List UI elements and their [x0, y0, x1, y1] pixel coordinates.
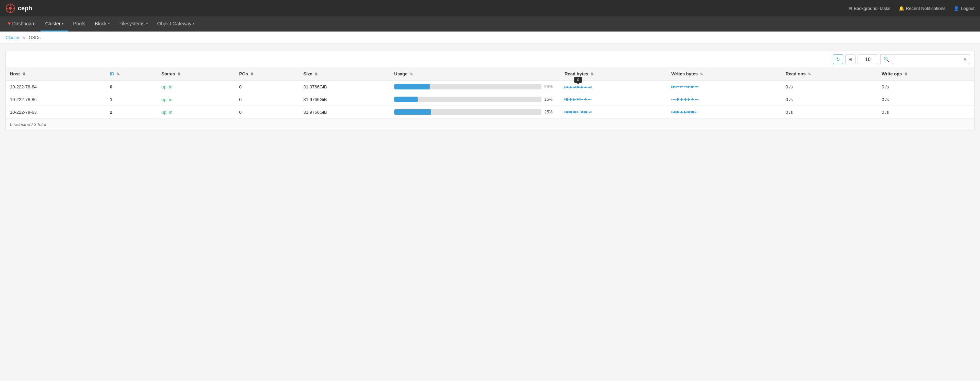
spark-dot — [575, 86, 576, 88]
status-in: in — [169, 97, 172, 102]
logout-btn[interactable]: 👤 Logout — [954, 6, 975, 11]
spark-dot — [588, 87, 589, 88]
cell-size: 31.9766GiB — [299, 93, 390, 106]
sort-icon-read-ops: ⇅ — [808, 72, 811, 76]
col-header-host[interactable]: Host ⇅ — [6, 68, 106, 80]
cell-write-ops: 0 /s — [878, 93, 974, 106]
nav-item-filesystems[interactable]: Filesystems ▾ — [115, 16, 153, 32]
cell-pgs: 0 — [235, 80, 299, 93]
usage-bar-bg — [395, 84, 542, 89]
nav-item-pools[interactable]: Pools — [68, 16, 90, 32]
nav-label-pools: Pools — [73, 21, 85, 26]
col-header-status[interactable]: Status ⇅ — [158, 68, 235, 80]
sort-icon-usage: ⇅ — [410, 72, 413, 76]
spark-dot — [566, 111, 567, 113]
spark-dot — [692, 86, 693, 88]
spark-dot — [581, 111, 582, 113]
spark-dot — [590, 111, 592, 113]
spark-dot — [573, 98, 574, 101]
breadcrumb-cluster[interactable]: Cluster — [5, 35, 19, 40]
search-input[interactable] — [892, 54, 961, 64]
nav-label-filesystems: Filesystems — [119, 21, 145, 26]
status-up: up — [162, 110, 166, 115]
status-up: up — [162, 97, 166, 102]
spark-dot — [686, 86, 687, 88]
col-header-write-ops[interactable]: Write ops ⇅ — [878, 68, 974, 80]
col-header-writes-bytes[interactable]: Writes bytes ⇅ — [667, 68, 781, 80]
cell-writes-bytes — [667, 80, 781, 93]
notifications-btn[interactable]: 🔔 Recent Notifications — [899, 6, 946, 11]
col-header-pgs[interactable]: PGs ⇅ — [235, 68, 299, 80]
usage-bar-bg — [395, 97, 542, 102]
spark-dot — [681, 111, 682, 113]
spark-dot — [577, 98, 578, 100]
spark-dot — [589, 112, 590, 113]
svg-point-1 — [9, 7, 12, 10]
spark-dot — [581, 86, 582, 88]
col-header-id[interactable]: ID ⇅ — [106, 68, 158, 80]
table-row[interactable]: 10-222-78-86 1 up, in 0 31.9766GiB 16% — [6, 93, 974, 106]
cell-size: 31.9766GiB — [299, 80, 390, 93]
spark-dot — [688, 86, 689, 88]
spark-dot — [690, 99, 692, 100]
spark-dot — [689, 111, 690, 113]
spark-dot — [589, 87, 590, 88]
background-tasks-btn[interactable]: ⊟ Background-Tasks — [848, 6, 891, 11]
spark-dot — [566, 87, 567, 88]
spark-dot — [689, 86, 690, 87]
spark-dot — [567, 86, 568, 88]
search-clear-button[interactable]: ✕ — [961, 54, 970, 64]
spark-dot — [586, 87, 587, 88]
spark-dot — [693, 111, 694, 113]
usage-bar-container: 25% — [395, 109, 557, 115]
usage-bar-container: 16% — [395, 97, 557, 102]
spark-dot — [690, 86, 692, 88]
spark-dot — [588, 112, 589, 113]
table-row[interactable]: 10-222-78-64 0 up, in 0 31.9766GiB 24% 0 — [6, 80, 974, 93]
search-wrapper: 🔍 ✕ — [880, 54, 970, 64]
sort-icon-pgs: ⇅ — [250, 72, 253, 76]
usage-label: 24% — [544, 84, 556, 89]
nav-item-cluster[interactable]: Cluster ▾ — [40, 16, 68, 32]
spark-dot — [673, 86, 674, 88]
nav-item-dashboard[interactable]: ♥ Dashboard — [3, 16, 40, 32]
cell-host: 10-222-78-63 — [6, 106, 106, 119]
spark-dot — [674, 86, 675, 87]
data-table: Host ⇅ ID ⇅ Status ⇅ PGs ⇅ Size ⇅ — [6, 68, 974, 118]
spark-dot — [682, 99, 683, 100]
usage-bar-fill — [395, 97, 418, 102]
spark-dot — [671, 86, 673, 88]
spark-dot — [579, 87, 581, 88]
col-header-size[interactable]: Size ⇅ — [299, 68, 390, 80]
nav-item-block[interactable]: Block ▾ — [90, 16, 114, 32]
spark-dot — [695, 86, 696, 87]
spark-dot — [584, 99, 585, 100]
spark-dot — [676, 111, 676, 113]
spark-dot — [585, 111, 586, 113]
nav-label-cluster: Cluster — [45, 21, 60, 26]
status-up: up — [162, 84, 166, 89]
spark-dot — [574, 99, 575, 100]
col-header-usage[interactable]: Usage ⇅ — [390, 68, 561, 80]
spark-dot — [692, 98, 693, 100]
refresh-button[interactable]: ↻ — [833, 54, 843, 64]
col-header-read-ops[interactable]: Read ops ⇅ — [781, 68, 878, 80]
heart-icon: ♥ — [8, 21, 11, 27]
sort-icon-write-ops: ⇅ — [904, 72, 907, 76]
cell-id: 0 — [106, 80, 158, 93]
spark-dot — [570, 98, 571, 101]
spark-dot — [571, 99, 572, 100]
chevron-down-icon-og: ▾ — [193, 22, 194, 25]
spark-dot — [578, 86, 579, 88]
spark-dot — [686, 99, 687, 100]
page-size-input[interactable] — [858, 54, 878, 64]
spark-dot — [696, 86, 697, 87]
cell-read-ops: 0 /s — [781, 80, 878, 93]
table-row[interactable]: 10-222-78-63 2 up, in 0 31.9766GiB 25% — [6, 106, 974, 119]
spark-dot — [677, 86, 678, 87]
spark-dot — [673, 99, 674, 100]
nav-item-objectgateway[interactable]: Object Gateway ▾ — [153, 16, 200, 32]
spark-dot — [685, 86, 686, 87]
grid-view-button[interactable]: ⊞ — [845, 54, 856, 64]
spark-dot — [676, 99, 676, 100]
